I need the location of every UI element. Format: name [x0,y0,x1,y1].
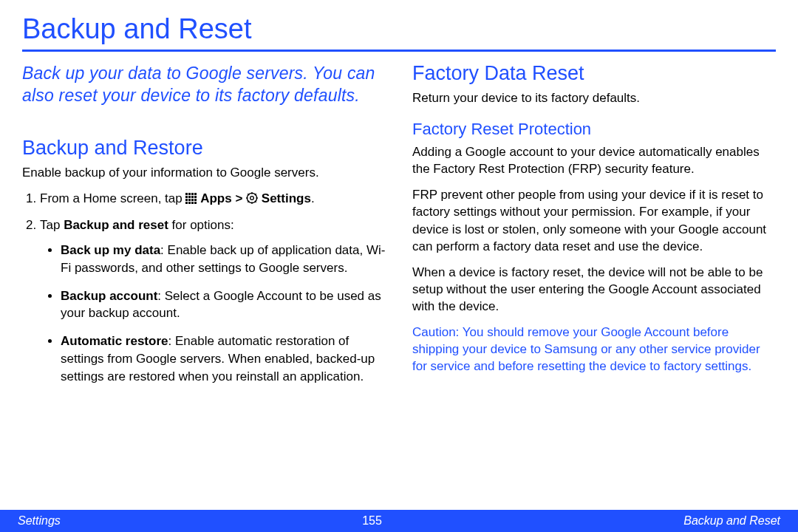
footer-left: Settings [18,514,61,528]
step1-apps-label: Apps [200,191,232,205]
lead-paragraph: Back up your data to Google servers. You… [22,62,386,107]
backup-restore-intro: Enable backup of your information to Goo… [22,164,386,181]
step1-suffix: . [311,191,315,205]
left-column: Back up your data to Google servers. You… [22,62,386,396]
step2-suffix: for options: [168,218,234,232]
option-backup-account: Backup account: Select a Google Account … [61,287,386,323]
footer-page-number: 155 [362,514,382,528]
backup-restore-heading: Backup and Restore [22,137,386,160]
svg-rect-13 [188,202,191,204]
settings-gear-icon [246,191,258,209]
svg-rect-8 [185,199,188,201]
step1-settings-label: Settings [262,191,311,205]
bullet1-title: Back up my data [61,243,160,257]
svg-rect-15 [194,202,197,204]
options-list: Back up my data: Enable back up of appli… [40,242,386,386]
svg-rect-9 [188,199,191,201]
option-backup-my-data: Back up my data: Enable back up of appli… [61,242,386,277]
bullet3-title: Automatic restore [61,334,168,348]
svg-point-17 [250,196,254,200]
steps-list: From a Home screen, tap Apps > [22,190,386,386]
caution-label: Caution [412,325,456,339]
caution-body: : You should remove your Google Account … [412,325,760,373]
apps-grid-icon [185,191,197,209]
svg-rect-2 [191,193,194,195]
svg-rect-11 [194,199,197,201]
svg-rect-0 [185,193,188,195]
step1-sep: > [232,191,246,205]
frp-p2: FRP prevent other people from using your… [412,186,776,254]
page-title: Backup and Reset [22,13,776,50]
svg-rect-1 [188,193,191,195]
factory-data-reset-intro: Return your device to its factory defaul… [412,89,776,106]
svg-rect-4 [185,196,188,198]
step2-bold: Backup and reset [64,218,168,232]
frp-p3: When a device is factory reset, the devi… [412,264,776,315]
bullet2-title: Backup account [61,289,157,303]
svg-rect-6 [191,196,194,198]
svg-rect-5 [188,196,191,198]
caution-paragraph: Caution: You should remove your Google A… [412,324,776,375]
svg-rect-7 [194,196,197,198]
svg-rect-14 [191,202,194,204]
factory-data-reset-heading: Factory Data Reset [412,62,776,85]
svg-rect-3 [194,193,197,195]
frp-p1: Adding a Google account to your device a… [412,143,776,177]
step2-prefix: Tap [40,218,64,232]
page-footer: Settings 155 Backup and Reset [0,510,798,532]
step-2: Tap Backup and reset for options: Back u… [40,216,386,386]
svg-rect-12 [185,202,188,204]
step-1: From a Home screen, tap Apps > [40,190,386,209]
right-column: Factory Data Reset Return your device to… [412,62,776,396]
title-divider [22,50,776,52]
svg-rect-10 [191,199,194,201]
step1-prefix: From a Home screen, tap [40,191,185,205]
frp-heading: Factory Reset Protection [412,120,776,139]
footer-right: Backup and Reset [683,514,780,528]
option-automatic-restore: Automatic restore: Enable automatic rest… [61,332,386,385]
